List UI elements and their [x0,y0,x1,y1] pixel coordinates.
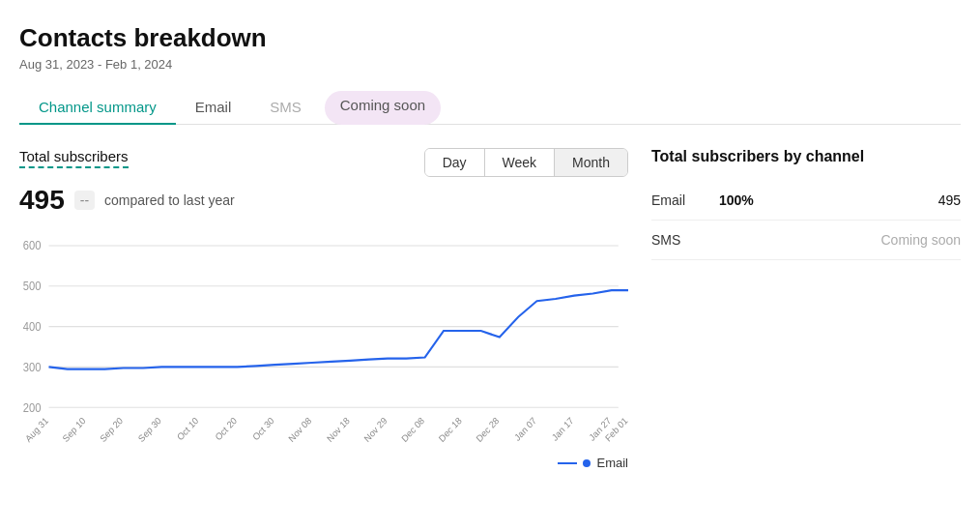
svg-text:Oct 30: Oct 30 [250,415,275,443]
svg-text:300: 300 [23,360,42,373]
legend-line-email [558,462,577,464]
svg-text:Dec 28: Dec 28 [474,415,501,444]
svg-text:Nov 08: Nov 08 [286,415,313,444]
month-filter-button[interactable]: Month [555,149,627,176]
page-title: Contacts breakdown [19,23,961,53]
svg-text:Dec 18: Dec 18 [437,415,464,444]
tabs-container: Channel summary Email SMS Coming soon [19,91,961,125]
channel-pct-email: 100% [719,192,938,208]
day-filter-button[interactable]: Day [425,149,485,176]
legend-label-email: Email [596,456,628,470]
subscriber-count: 495 [19,185,65,216]
svg-text:Jan 07: Jan 07 [512,415,538,443]
svg-text:Oct 20: Oct 20 [213,415,238,443]
channel-name-email: Email [651,192,719,208]
channel-count-email: 495 [938,192,961,208]
svg-text:500: 500 [23,280,42,293]
tab-sms[interactable]: SMS [250,91,321,125]
right-panel: Total subscribers by channel Email 100% … [651,148,961,467]
svg-text:Jan 17: Jan 17 [550,415,576,443]
compared-label: compared to last year [104,192,235,208]
svg-text:Nov 18: Nov 18 [325,415,352,444]
tab-coming-soon[interactable]: Coming soon [325,91,441,125]
svg-text:Sep 20: Sep 20 [98,415,125,444]
week-filter-button[interactable]: Week [485,149,556,176]
channel-name-sms: SMS [651,232,719,248]
change-badge: -- [74,191,95,210]
svg-text:Oct 10: Oct 10 [175,415,200,443]
svg-text:Dec 08: Dec 08 [399,415,426,444]
total-subscribers-label: Total subscribers [19,148,129,168]
channel-row-email: Email 100% 495 [651,181,961,221]
chart-container: 600 500 400 300 200 Aug 31 Sep 10 Sep 20… [19,235,628,467]
channel-row-sms: SMS Coming soon [651,221,961,260]
main-content: Total subscribers Day Week Month 495 -- … [19,148,961,467]
svg-text:Nov 29: Nov 29 [361,415,389,444]
tab-channel-summary[interactable]: Channel summary [19,91,176,125]
sms-coming-soon-label: Coming soon [881,232,962,248]
left-panel: Total subscribers Day Week Month 495 -- … [19,148,628,467]
date-range: Aug 31, 2023 - Feb 1, 2024 [19,57,961,72]
svg-text:600: 600 [23,239,42,252]
subscribers-header: Total subscribers Day Week Month [19,148,628,177]
chart-svg: 600 500 400 300 200 Aug 31 Sep 10 Sep 20… [19,235,628,448]
svg-text:200: 200 [23,400,42,414]
time-filter: Day Week Month [424,148,628,177]
svg-text:Aug 31: Aug 31 [23,415,50,444]
channel-breakdown-title: Total subscribers by channel [651,148,961,165]
svg-text:Sep 10: Sep 10 [61,415,88,444]
svg-text:400: 400 [23,320,42,334]
chart-legend: Email [19,456,628,470]
svg-text:Sep 30: Sep 30 [136,415,163,444]
legend-dot-email [583,459,591,467]
subscriber-count-row: 495 -- compared to last year [19,185,628,216]
tab-email[interactable]: Email [176,91,251,125]
